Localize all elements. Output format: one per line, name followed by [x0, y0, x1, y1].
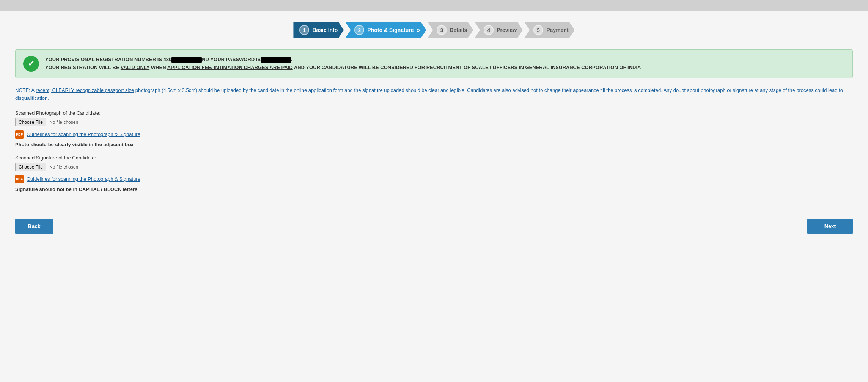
photo-no-file-text: No file chosen [49, 120, 78, 125]
banner-line2: YOUR REGISTRATION WILL BE VALID ONLY WHE… [45, 64, 641, 72]
step-4-label: Preview [497, 27, 517, 33]
step-5-label: Payment [546, 27, 568, 33]
step-3-label: Details [450, 27, 467, 33]
photo-pdf-icon: PDF [15, 130, 24, 139]
banner-line1: YOUR PROVISIONAL REGISTRATION NUMBER IS … [45, 56, 641, 64]
signature-guideline-link[interactable]: Guidelines for scanning the Photograph &… [27, 176, 140, 182]
redacted-reg-number [171, 57, 202, 63]
photo-file-input-row: Choose File No file chosen [15, 118, 853, 126]
success-checkmark-icon: ✓ [23, 56, 39, 72]
nav-buttons: Back Next [15, 215, 853, 238]
note-section: NOTE: A recent, CLEARLY recognizable pas… [15, 87, 853, 103]
note-prefix: NOTE: A [15, 87, 36, 93]
step-2-photo-signature[interactable]: 2 Photo & Signature » [345, 22, 426, 38]
photo-hint: Photo should be clearly visible in the a… [15, 142, 853, 147]
step-5-payment[interactable]: 5 Payment [524, 22, 574, 38]
note-suffix: photograph (4.5cm x 3.5cm) should be upl… [15, 87, 843, 101]
signature-label: Scanned Signature of the Candidate: [15, 155, 853, 161]
main-container: 1 Basic Info 2 Photo & Signature » 3 Det… [0, 11, 868, 382]
photo-guideline-row: PDF Guidelines for scanning the Photogra… [15, 130, 853, 139]
signature-pdf-icon: PDF [15, 175, 24, 183]
step-2-number: 2 [354, 25, 364, 35]
photo-upload-section: Scanned Photograph of the Candidate: Cho… [15, 110, 853, 147]
signature-upload-section: Scanned Signature of the Candidate: Choo… [15, 155, 853, 192]
step-4-number: 4 [484, 25, 494, 35]
step-4-preview[interactable]: 4 Preview [475, 22, 523, 38]
photo-guideline-link[interactable]: Guidelines for scanning the Photograph &… [27, 131, 140, 137]
photo-choose-file-button[interactable]: Choose File [15, 118, 46, 126]
step-2-label: Photo & Signature [367, 27, 414, 33]
step-5-number: 5 [533, 25, 543, 35]
step-3-number: 3 [437, 25, 447, 35]
step-2-chevrons: » [417, 27, 420, 33]
step-1-label: Basic Info [312, 27, 338, 33]
step-3-details[interactable]: 3 Details [428, 22, 473, 38]
photo-label: Scanned Photograph of the Candidate: [15, 110, 853, 116]
step-1-number: 1 [299, 25, 309, 35]
top-bar [0, 0, 868, 11]
stepper: 1 Basic Info 2 Photo & Signature » 3 Det… [15, 22, 853, 38]
redacted-password [261, 57, 291, 63]
signature-guideline-row: PDF Guidelines for scanning the Photogra… [15, 175, 853, 183]
step-1-basic-info[interactable]: 1 Basic Info [293, 22, 344, 38]
success-banner: ✓ YOUR PROVISIONAL REGISTRATION NUMBER I… [15, 49, 853, 78]
signature-hint: Signature should not be in CAPITAL / BLO… [15, 186, 853, 192]
signature-choose-file-button[interactable]: Choose File [15, 163, 46, 171]
back-button[interactable]: Back [15, 219, 53, 234]
signature-file-input-row: Choose File No file chosen [15, 163, 853, 171]
success-text: YOUR PROVISIONAL REGISTRATION NUMBER IS … [45, 56, 641, 72]
passport-size-link[interactable]: recent, CLEARLY recognizable passport si… [36, 87, 134, 93]
signature-no-file-text: No file chosen [49, 164, 78, 170]
next-button[interactable]: Next [807, 219, 853, 234]
